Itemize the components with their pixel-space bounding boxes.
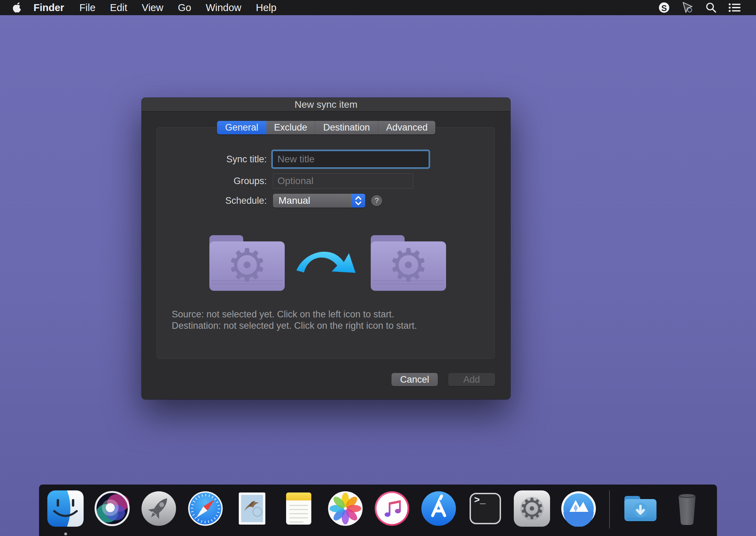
- groups-label: Groups:: [162, 176, 267, 186]
- dock-mail-icon[interactable]: [234, 490, 270, 527]
- dock-downloads-folder-icon[interactable]: [622, 490, 659, 527]
- finder-running-indicator: [64, 533, 67, 535]
- help-button[interactable]: ?: [371, 195, 382, 206]
- sync-title-input[interactable]: [273, 151, 428, 167]
- tab-exclude-label: Exclude: [274, 122, 307, 133]
- dock-safari-icon[interactable]: [187, 490, 224, 527]
- schedule-dropdown-value: Manual: [278, 195, 310, 206]
- schedule-label: Schedule:: [162, 195, 267, 206]
- menu-item-go[interactable]: Go: [171, 0, 199, 15]
- desktop: Finder File Edit View Go Window Help S: [0, 0, 756, 536]
- dock-music-icon[interactable]: [374, 490, 410, 527]
- source-folder-icon[interactable]: ⚙: [207, 232, 287, 294]
- new-sync-item-dialog: New sync item General Exclude Destinatio…: [142, 98, 510, 399]
- dialog-title: New sync item: [142, 98, 510, 112]
- sync-app-menu-icon[interactable]: S: [658, 1, 670, 14]
- dock-terminal-icon[interactable]: >_: [467, 490, 503, 527]
- apple-menu-icon[interactable]: [12, 1, 22, 14]
- dock-notes-icon[interactable]: [281, 490, 317, 527]
- cancel-button[interactable]: Cancel: [391, 373, 438, 386]
- tab-general-label: General: [225, 122, 258, 133]
- sync-title-focus-ring: [271, 150, 430, 169]
- svg-text:⚙: ⚙: [227, 239, 267, 292]
- dock-siri-icon[interactable]: [94, 490, 130, 527]
- menu-item-file[interactable]: File: [72, 0, 103, 15]
- dock: >_ ⚙: [39, 485, 717, 536]
- menu-item-edit[interactable]: Edit: [103, 0, 134, 15]
- screen-capture-cursor-icon[interactable]: [681, 1, 694, 14]
- tab-exclude[interactable]: Exclude: [266, 121, 315, 134]
- menu-item-help[interactable]: Help: [249, 0, 284, 15]
- tab-destination[interactable]: Destination: [315, 121, 378, 134]
- menu-item-window[interactable]: Window: [198, 0, 248, 15]
- svg-text:⚙: ⚙: [388, 239, 429, 292]
- dock-app-store-icon[interactable]: [420, 490, 457, 527]
- schedule-dropdown[interactable]: Manual: [273, 194, 365, 208]
- source-status-text: Source: not selected yet. Click on the l…: [172, 309, 394, 320]
- menu-bar-status-area: S: [658, 1, 756, 14]
- spotlight-search-icon[interactable]: [705, 1, 717, 14]
- svg-text:>_: >_: [474, 495, 486, 506]
- tab-destination-label: Destination: [323, 122, 370, 133]
- tab-general[interactable]: General: [217, 121, 266, 134]
- menu-item-view[interactable]: View: [134, 0, 170, 15]
- chevron-up-down-icon: [351, 194, 365, 208]
- dock-trash-icon[interactable]: [669, 490, 705, 527]
- destination-folder-icon[interactable]: ⚙: [368, 232, 449, 294]
- dock-divider: [609, 490, 610, 528]
- dock-photos-icon[interactable]: [327, 490, 363, 527]
- destination-status-text: Destination: not selected yet. Click on …: [172, 320, 417, 331]
- svg-text:⚙: ⚙: [519, 492, 545, 526]
- tab-advanced[interactable]: Advanced: [378, 121, 435, 134]
- menu-item-finder[interactable]: Finder: [26, 0, 72, 15]
- menu-bar: Finder File Edit View Go Window Help S: [0, 0, 756, 15]
- sync-direction-arrow-icon: [293, 246, 357, 279]
- dock-app-cleaner-icon[interactable]: [560, 490, 597, 527]
- groups-input[interactable]: [273, 173, 413, 189]
- tab-bar: General Exclude Destination Advanced: [217, 121, 435, 134]
- svg-text:S: S: [661, 3, 667, 13]
- dock-system-preferences-icon[interactable]: ⚙: [514, 490, 550, 527]
- add-button[interactable]: Add: [448, 373, 495, 386]
- notification-list-icon[interactable]: [728, 1, 741, 14]
- sync-title-label: Sync title:: [162, 154, 267, 165]
- dock-launchpad-icon[interactable]: [141, 490, 177, 527]
- tab-advanced-label: Advanced: [386, 122, 427, 133]
- dock-finder-icon[interactable]: [47, 490, 84, 527]
